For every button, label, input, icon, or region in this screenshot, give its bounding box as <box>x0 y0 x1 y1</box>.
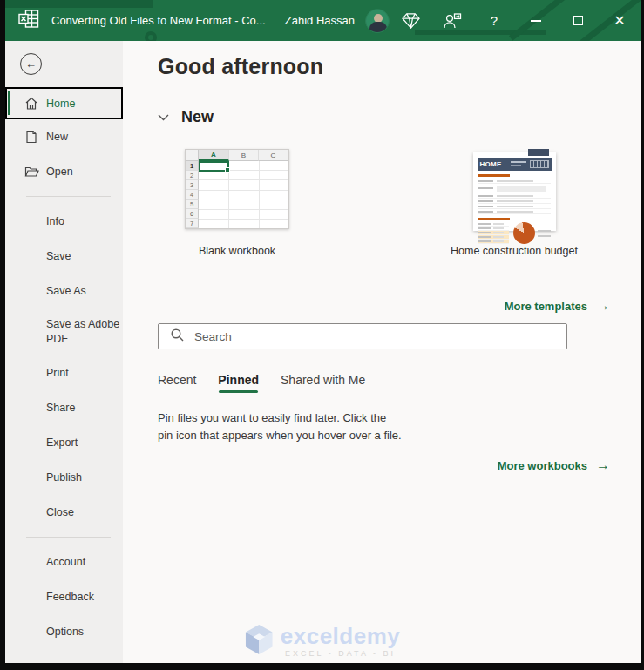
template-card-blank-workbook[interactable]: A B C 1 2 3 4 5 6 7 <box>167 149 307 257</box>
back-button[interactable]: ← <box>20 53 42 75</box>
sidebar-item-share[interactable]: Share <box>5 390 123 425</box>
avatar-silhouette <box>369 22 387 33</box>
grid-row-header: 1 <box>186 161 199 171</box>
more-templates-link[interactable]: More templates → <box>505 298 610 314</box>
budget-financial-section <box>478 222 551 244</box>
more-workbooks-link[interactable]: More workbooks → <box>498 457 610 473</box>
section-divider <box>158 288 610 288</box>
grid-row-header: 2 <box>186 171 199 180</box>
sidebar-item-print[interactable]: Print <box>5 355 123 390</box>
grid-row-header: 5 <box>186 200 199 209</box>
section-bar-decor <box>478 174 510 177</box>
user-name[interactable]: Zahid Hassan <box>285 14 355 27</box>
sidebar-item-label: Share <box>46 402 75 414</box>
grid-row-header: 6 <box>186 209 199 219</box>
titlebar-decor <box>145 31 157 41</box>
sidebar-item-export[interactable]: Export <box>5 425 123 460</box>
pie-legend-decor <box>538 227 551 240</box>
sidebar-item-label: Save as Adobe PDF <box>46 317 123 347</box>
grid-row-header: 4 <box>186 190 199 200</box>
sidebar-item-new[interactable]: New <box>5 119 123 154</box>
sidebar-item-save-as-adobe-pdf[interactable]: Save as Adobe PDF <box>5 308 123 355</box>
maximize-button[interactable] <box>557 0 599 41</box>
sidebar-item-label: Close <box>46 506 74 518</box>
excel-app-icon <box>18 10 39 32</box>
sidebar-item-label: Feedback <box>46 591 94 603</box>
grid-row-header: 3 <box>186 180 199 190</box>
window-title: Converting Old Files to New Format - Co.… <box>51 14 266 27</box>
template-label: Home construction budget <box>418 245 610 257</box>
budget-header-decor <box>511 161 526 163</box>
grid-col-header: C <box>259 150 288 161</box>
sidebar-item-save-as[interactable]: Save As <box>5 274 123 308</box>
user-avatar[interactable] <box>365 9 390 33</box>
sidebar-item-label: Publish <box>46 471 82 484</box>
search-box[interactable] <box>158 323 567 349</box>
budget-template-thumbnail: HOME <box>473 152 556 231</box>
pie-chart-decor <box>513 222 535 244</box>
pinned-empty-message: Pin files you want to easily find later.… <box>158 409 403 444</box>
sidebar-item-close[interactable]: Close <box>5 495 123 530</box>
tab-recent[interactable]: Recent <box>158 373 196 393</box>
sidebar-item-feedback[interactable]: Feedback <box>5 579 123 614</box>
titlebar: Converting Old Files to New Format - Co.… <box>5 0 641 41</box>
arrow-right-icon: → <box>596 457 610 473</box>
blank-workbook-thumbnail: A B C 1 2 3 4 5 6 7 <box>185 149 289 229</box>
template-cards-row: A B C 1 2 3 4 5 6 7 <box>158 149 610 262</box>
budget-header-bar: HOME <box>478 158 552 171</box>
grid-col-header: B <box>229 150 259 161</box>
sidebar-item-info[interactable]: Info <box>5 204 123 239</box>
file-list-tabs: Recent Pinned Shared with Me <box>158 373 610 393</box>
sidebar-item-label: Info <box>46 215 64 227</box>
new-document-icon <box>24 130 38 144</box>
budget-header-text: HOME <box>480 160 502 168</box>
sidebar-item-options[interactable]: Options <box>5 614 123 649</box>
sidebar-item-label: New <box>46 131 68 143</box>
thumbnail-tab-decor <box>528 149 549 156</box>
selected-cell-a1 <box>199 161 229 172</box>
grid-column-headers: A B C <box>199 150 288 161</box>
sidebar-item-label: Print <box>46 367 69 379</box>
link-label: More workbooks <box>498 459 587 472</box>
sidebar-divider <box>26 196 111 197</box>
new-section-title: New <box>181 108 214 126</box>
close-button[interactable]: ✕ <box>599 0 641 41</box>
sidebar-item-save[interactable]: Save <box>5 239 123 274</box>
premium-diamond-icon[interactable] <box>390 0 431 41</box>
grid-row-header: 7 <box>186 219 199 228</box>
search-input[interactable] <box>194 330 566 343</box>
sidebar-item-label: Save <box>46 250 71 262</box>
minimize-button[interactable] <box>515 0 557 41</box>
tab-shared-with-me[interactable]: Shared with Me <box>281 373 365 393</box>
backstage-main: Good afternoon New A <box>123 41 641 663</box>
tab-pinned[interactable]: Pinned <box>218 373 259 393</box>
collapse-chevron-icon[interactable] <box>158 114 169 121</box>
grid-row-headers: 1 2 3 4 5 6 7 <box>186 161 199 228</box>
help-button[interactable]: ? <box>473 0 515 41</box>
share-contact-icon[interactable] <box>431 0 473 41</box>
titlebar-decor <box>5 0 153 8</box>
calculator-decor <box>530 160 549 168</box>
sidebar-item-home[interactable]: Home <box>5 87 123 119</box>
grid-corner <box>186 150 199 161</box>
sidebar-item-open[interactable]: Open <box>5 154 123 189</box>
home-icon <box>24 97 38 111</box>
link-label: More templates <box>505 300 587 313</box>
grid-col-header: A <box>199 150 229 161</box>
template-label: Blank workbook <box>167 245 307 257</box>
search-icon <box>170 328 185 346</box>
sidebar-item-account[interactable]: Account <box>5 545 123 579</box>
greeting-heading: Good afternoon <box>158 54 610 79</box>
sidebar-item-publish[interactable]: Publish <box>5 460 123 495</box>
sidebar-item-label: Account <box>46 556 85 568</box>
open-folder-icon <box>24 165 38 179</box>
backstage-sidebar: ← Home New <box>5 41 123 663</box>
app-window: Converting Old Files to New Format - Co.… <box>0 0 644 670</box>
template-card-home-construction-budget[interactable]: HOME <box>418 149 610 257</box>
sidebar-item-label: Open <box>46 166 73 178</box>
budget-header-decor <box>511 165 521 166</box>
sidebar-item-label: Export <box>46 437 78 449</box>
section-bar-decor <box>478 218 510 220</box>
arrow-right-icon: → <box>596 298 610 314</box>
sidebar-item-label: Home <box>46 98 75 110</box>
